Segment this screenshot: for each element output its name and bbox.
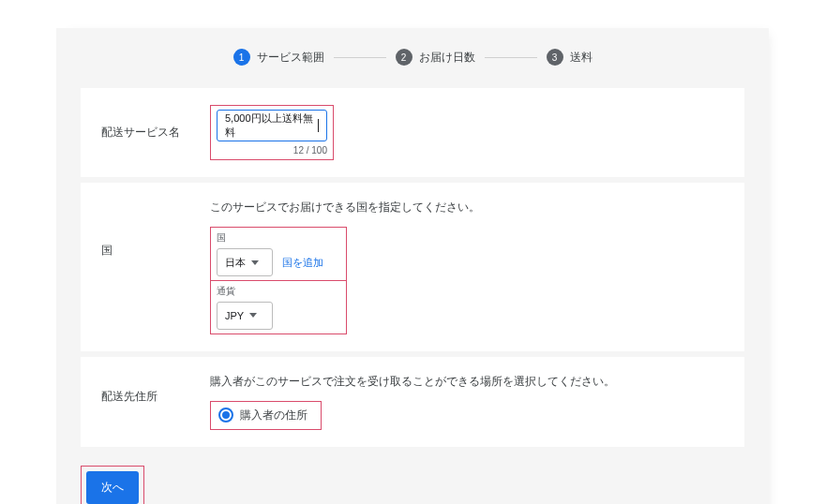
step-1-circle: 1 <box>233 49 250 66</box>
country-section-label: 国 <box>101 200 210 259</box>
highlight-annotation: 国 日本 国を追加 <box>210 227 347 281</box>
step-2-circle: 2 <box>396 49 412 66</box>
service-name-input[interactable]: 5,000円以上送料無料 <box>217 110 327 141</box>
add-country-link[interactable]: 国を追加 <box>282 256 323 270</box>
step-line <box>334 57 386 58</box>
step-line <box>485 57 537 58</box>
step-3-label: 送料 <box>570 50 592 66</box>
highlight-annotation: 通貨 JPY <box>210 280 347 334</box>
chevron-down-icon <box>249 313 257 318</box>
currency-select-value: JPY <box>225 310 244 321</box>
currency-select[interactable]: JPY <box>217 302 273 330</box>
service-name-input-value: 5,000円以上送料無料 <box>225 111 317 140</box>
service-name-label: 配送サービス名 <box>101 125 210 141</box>
highlight-annotation: 次へ <box>81 466 144 505</box>
destination-label: 配送先住所 <box>101 374 210 405</box>
panel-country: 国 このサービスでお届けできる国を指定してください。 国 日本 国を追加 通貨 <box>81 183 744 351</box>
country-select-value: 日本 <box>225 256 246 270</box>
step-3-circle: 3 <box>547 49 563 66</box>
shipping-setup-form: 1 サービス範囲 2 お届け日数 3 送料 配送サービス名 5,000円以上送料… <box>56 28 769 504</box>
char-count: 12 / 100 <box>217 145 327 156</box>
text-cursor <box>318 119 319 132</box>
panel-service-name: 配送サービス名 5,000円以上送料無料 12 / 100 <box>81 88 744 177</box>
step-2[interactable]: 2 お届け日数 <box>396 49 475 66</box>
country-field-label: 国 <box>217 231 340 245</box>
country-hint: このサービスでお届けできる国を指定してください。 <box>210 200 724 215</box>
chevron-down-icon <box>251 260 259 265</box>
step-2-label: お届け日数 <box>419 50 475 66</box>
step-3[interactable]: 3 送料 <box>547 49 592 66</box>
radio-icon <box>218 408 233 422</box>
next-button[interactable]: 次へ <box>86 471 139 504</box>
highlight-annotation: 5,000円以上送料無料 12 / 100 <box>210 105 334 160</box>
stepper: 1 サービス範囲 2 お届け日数 3 送料 <box>81 49 744 66</box>
step-1[interactable]: 1 サービス範囲 <box>233 49 324 66</box>
currency-field-label: 通貨 <box>217 285 340 298</box>
highlight-annotation: 購入者の住所 <box>210 401 322 430</box>
country-select[interactable]: 日本 <box>217 248 273 276</box>
destination-radio-buyer-address[interactable]: 購入者の住所 <box>217 406 315 425</box>
destination-hint: 購入者がこのサービスで注文を受け取ることができる場所を選択してください。 <box>210 374 724 390</box>
destination-radio-label: 購入者の住所 <box>240 408 308 423</box>
step-1-label: サービス範囲 <box>257 50 324 66</box>
panel-destination: 配送先住所 購入者がこのサービスで注文を受け取ることができる場所を選択してくださ… <box>81 357 744 447</box>
